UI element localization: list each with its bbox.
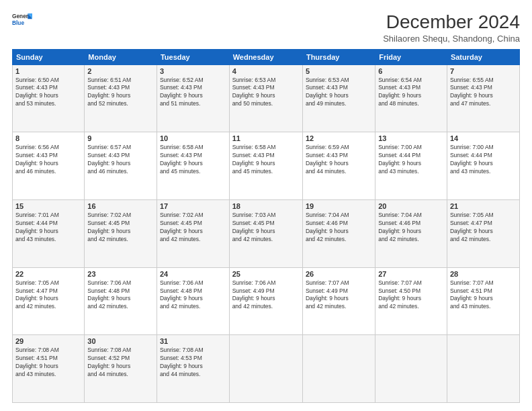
calendar-cell: 23Sunrise: 7:06 AM Sunset: 4:48 PM Dayli… xyxy=(85,267,157,335)
calendar-table: SundayMondayTuesdayWednesdayThursdayFrid… xyxy=(12,49,520,403)
calendar-cell: 4Sunrise: 6:53 AM Sunset: 4:43 PM Daylig… xyxy=(229,64,302,132)
day-info: Sunrise: 7:05 AM Sunset: 4:47 PM Dayligh… xyxy=(15,279,81,312)
day-number: 26 xyxy=(306,270,372,278)
day-number: 17 xyxy=(160,202,226,210)
day-number: 16 xyxy=(87,202,154,210)
calendar-cell: 21Sunrise: 7:05 AM Sunset: 4:47 PM Dayli… xyxy=(447,199,519,267)
title-block: December 2024 Shilaoren Shequ, Shandong,… xyxy=(383,11,520,44)
calendar-cell: 8Sunrise: 6:56 AM Sunset: 4:43 PM Daylig… xyxy=(13,132,85,200)
day-number: 22 xyxy=(15,270,81,278)
day-info: Sunrise: 6:57 AM Sunset: 4:43 PM Dayligh… xyxy=(87,144,154,176)
day-info: Sunrise: 7:06 AM Sunset: 4:48 PM Dayligh… xyxy=(87,279,154,312)
day-info: Sunrise: 7:06 AM Sunset: 4:48 PM Dayligh… xyxy=(160,279,226,312)
calendar-cell: 20Sunrise: 7:04 AM Sunset: 4:46 PM Dayli… xyxy=(375,199,447,267)
day-info: Sunrise: 7:08 AM Sunset: 4:52 PM Dayligh… xyxy=(87,347,154,379)
calendar-cell: 18Sunrise: 7:03 AM Sunset: 4:45 PM Dayli… xyxy=(229,199,302,267)
calendar-cell: 19Sunrise: 7:04 AM Sunset: 4:46 PM Dayli… xyxy=(302,199,375,267)
day-number: 7 xyxy=(450,67,517,75)
day-number: 29 xyxy=(15,337,81,345)
day-info: Sunrise: 6:54 AM Sunset: 4:43 PM Dayligh… xyxy=(378,77,444,109)
calendar-cell: 2Sunrise: 6:51 AM Sunset: 4:43 PM Daylig… xyxy=(85,64,157,132)
day-info: Sunrise: 7:07 AM Sunset: 4:49 PM Dayligh… xyxy=(306,279,372,312)
day-header-friday: Friday xyxy=(375,49,447,64)
calendar-cell xyxy=(447,335,519,403)
calendar-cell: 27Sunrise: 7:07 AM Sunset: 4:50 PM Dayli… xyxy=(375,267,447,335)
day-header-thursday: Thursday xyxy=(302,49,375,64)
calendar-cell: 30Sunrise: 7:08 AM Sunset: 4:52 PM Dayli… xyxy=(85,335,157,403)
day-info: Sunrise: 6:53 AM Sunset: 4:43 PM Dayligh… xyxy=(306,77,372,109)
calendar-cell: 14Sunrise: 7:00 AM Sunset: 4:44 PM Dayli… xyxy=(447,132,519,200)
day-header-wednesday: Wednesday xyxy=(229,49,302,64)
day-number: 25 xyxy=(232,270,300,278)
calendar-cell: 13Sunrise: 7:00 AM Sunset: 4:44 PM Dayli… xyxy=(375,132,447,200)
calendar-cell: 3Sunrise: 6:52 AM Sunset: 4:43 PM Daylig… xyxy=(157,64,229,132)
day-info: Sunrise: 7:08 AM Sunset: 4:53 PM Dayligh… xyxy=(160,347,226,379)
day-info: Sunrise: 7:03 AM Sunset: 4:45 PM Dayligh… xyxy=(232,212,300,244)
day-number: 18 xyxy=(232,202,300,210)
day-number: 8 xyxy=(15,134,81,142)
day-info: Sunrise: 7:02 AM Sunset: 4:45 PM Dayligh… xyxy=(87,212,154,244)
day-info: Sunrise: 7:01 AM Sunset: 4:44 PM Dayligh… xyxy=(15,212,81,244)
calendar-cell xyxy=(302,335,375,403)
day-info: Sunrise: 6:51 AM Sunset: 4:43 PM Dayligh… xyxy=(87,77,154,109)
day-info: Sunrise: 7:07 AM Sunset: 4:50 PM Dayligh… xyxy=(378,279,444,312)
day-number: 19 xyxy=(306,202,372,210)
main-title: December 2024 xyxy=(383,11,520,34)
day-number: 2 xyxy=(87,67,154,75)
day-info: Sunrise: 6:59 AM Sunset: 4:43 PM Dayligh… xyxy=(306,144,372,176)
calendar-cell: 1Sunrise: 6:50 AM Sunset: 4:43 PM Daylig… xyxy=(13,64,85,132)
day-info: Sunrise: 7:04 AM Sunset: 4:46 PM Dayligh… xyxy=(378,212,444,244)
calendar-cell: 26Sunrise: 7:07 AM Sunset: 4:49 PM Dayli… xyxy=(302,267,375,335)
day-header-saturday: Saturday xyxy=(447,49,519,64)
calendar-cell: 24Sunrise: 7:06 AM Sunset: 4:48 PM Dayli… xyxy=(157,267,229,335)
calendar-cell: 17Sunrise: 7:02 AM Sunset: 4:45 PM Dayli… xyxy=(157,199,229,267)
calendar-cell: 31Sunrise: 7:08 AM Sunset: 4:53 PM Dayli… xyxy=(157,335,229,403)
logo: General Blue xyxy=(12,11,32,30)
day-number: 20 xyxy=(378,202,444,210)
day-info: Sunrise: 6:58 AM Sunset: 4:43 PM Dayligh… xyxy=(160,144,226,176)
day-number: 31 xyxy=(160,337,226,345)
day-number: 15 xyxy=(15,202,81,210)
day-number: 27 xyxy=(378,270,444,278)
day-info: Sunrise: 6:56 AM Sunset: 4:43 PM Dayligh… xyxy=(15,144,81,176)
day-number: 5 xyxy=(306,67,372,75)
header: General Blue December 2024 Shilaoren She… xyxy=(12,11,520,44)
day-info: Sunrise: 7:00 AM Sunset: 4:44 PM Dayligh… xyxy=(378,144,444,176)
day-number: 3 xyxy=(160,67,226,75)
day-number: 21 xyxy=(450,202,517,210)
svg-text:Blue: Blue xyxy=(12,19,24,26)
calendar-header: SundayMondayTuesdayWednesdayThursdayFrid… xyxy=(13,49,520,64)
day-info: Sunrise: 7:06 AM Sunset: 4:49 PM Dayligh… xyxy=(232,279,300,312)
calendar-cell: 11Sunrise: 6:58 AM Sunset: 4:43 PM Dayli… xyxy=(229,132,302,200)
day-number: 6 xyxy=(378,67,444,75)
day-info: Sunrise: 7:00 AM Sunset: 4:44 PM Dayligh… xyxy=(450,144,517,176)
calendar-cell: 12Sunrise: 6:59 AM Sunset: 4:43 PM Dayli… xyxy=(302,132,375,200)
day-info: Sunrise: 7:02 AM Sunset: 4:45 PM Dayligh… xyxy=(160,212,226,244)
day-number: 24 xyxy=(160,270,226,278)
logo-icon: General Blue xyxy=(12,11,32,30)
day-number: 23 xyxy=(87,270,154,278)
day-number: 14 xyxy=(450,134,517,142)
day-number: 9 xyxy=(87,134,154,142)
calendar-cell: 15Sunrise: 7:01 AM Sunset: 4:44 PM Dayli… xyxy=(13,199,85,267)
day-info: Sunrise: 6:50 AM Sunset: 4:43 PM Dayligh… xyxy=(15,77,81,109)
day-number: 28 xyxy=(450,270,517,278)
day-number: 10 xyxy=(160,134,226,142)
day-info: Sunrise: 6:52 AM Sunset: 4:43 PM Dayligh… xyxy=(160,77,226,109)
calendar-cell: 6Sunrise: 6:54 AM Sunset: 4:43 PM Daylig… xyxy=(375,64,447,132)
calendar-cell xyxy=(229,335,302,403)
day-info: Sunrise: 7:07 AM Sunset: 4:51 PM Dayligh… xyxy=(450,279,517,312)
calendar-cell: 9Sunrise: 6:57 AM Sunset: 4:43 PM Daylig… xyxy=(85,132,157,200)
day-number: 1 xyxy=(15,67,81,75)
day-number: 12 xyxy=(306,134,372,142)
day-number: 4 xyxy=(232,67,300,75)
day-info: Sunrise: 7:08 AM Sunset: 4:51 PM Dayligh… xyxy=(15,347,81,379)
calendar-cell: 5Sunrise: 6:53 AM Sunset: 4:43 PM Daylig… xyxy=(302,64,375,132)
calendar-cell: 22Sunrise: 7:05 AM Sunset: 4:47 PM Dayli… xyxy=(13,267,85,335)
calendar-cell: 7Sunrise: 6:55 AM Sunset: 4:43 PM Daylig… xyxy=(447,64,519,132)
day-number: 11 xyxy=(232,134,300,142)
calendar-cell xyxy=(375,335,447,403)
day-info: Sunrise: 6:55 AM Sunset: 4:43 PM Dayligh… xyxy=(450,77,517,109)
day-number: 13 xyxy=(378,134,444,142)
day-header-tuesday: Tuesday xyxy=(157,49,229,64)
